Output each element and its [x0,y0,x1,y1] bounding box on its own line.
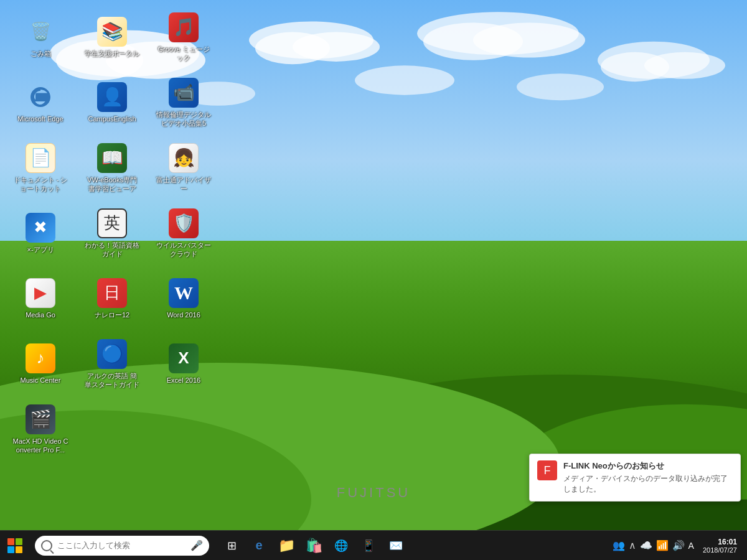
windows-logo-icon [7,538,22,553]
icon-image-portal: 📚 [97,17,127,47]
icon-image-fujitsu: 👧 [169,143,199,173]
svg-point-14 [517,73,604,100]
svg-point-8 [473,23,585,58]
search-bar[interactable]: 🎤 [35,536,209,556]
brand-label: FUJiTSU [337,485,410,501]
notification-content: F-LINK Neoからのお知らせ メディア・デバイスからのデータ取り込みが完了… [563,460,733,495]
icon-image-campus: 👤 [97,82,127,112]
desktop-icon-edge[interactable]: Microsoft Edge [6,72,75,134]
icon-image-doc: 📄 [26,143,55,173]
svg-point-12 [355,65,454,95]
icon-label-virus: ウイルスバスター クラウド [156,241,212,259]
desktop-icon-narero[interactable]: 日 ナレロー12 [78,268,146,330]
desktop-icon-excel[interactable]: X Excel 2016 [149,333,218,395]
desktop-icons-grid: 🗑️ ごみ箱 📚 学生支援ポータル 🎵 Groove ミュージック Micros… [6,6,218,504]
clock-date: 2018/07/27 [703,546,737,554]
icon-label-campus: CampusEnglish [88,114,136,123]
search-input[interactable] [57,541,190,550]
notification-toast[interactable]: F F-LINK Neoからのお知らせ メディア・デバイスからのデータ取り込みが… [529,454,741,502]
icon-label-groove: Groove ミュージック [156,45,212,63]
desktop: 🗑️ ごみ箱 📚 学生支援ポータル 🎵 Groove ミュージック Micros… [0,0,747,535]
store-taskbar-icon[interactable]: 🛍️ [301,533,326,558]
desktop-icon-macx[interactable]: 🎬 MacX HD Video Converter Pro F... [6,398,75,460]
taskbar-apps: ⊞ e 📁 🛍️ 🌐 📱 ✉️ [219,533,608,558]
icon-image-word: W [169,278,199,308]
icon-label-word: Word 2016 [167,310,200,319]
desktop-icon-fujitsu[interactable]: 👧 富士通アドバイザー [149,137,218,199]
edge-taskbar-icon[interactable]: e [247,533,271,558]
clock[interactable]: 16:01 2018/07/27 [698,538,742,554]
desktop-icon-music[interactable]: ♪ Music Center [6,333,75,395]
desktop-icon-doc[interactable]: 📄 ドキュメント - ショートカット [6,137,75,199]
wifi-tray-icon[interactable]: 📶 [656,539,669,551]
icon-label-eigo: わかる！英語資格ガイド [84,241,140,259]
volume-tray-icon[interactable]: 🔊 [672,539,685,551]
search-icon [41,540,52,551]
icon-image-excel: X [169,343,199,373]
desktop-icon-xapp[interactable]: ✖ ×-アプリ [6,202,75,264]
icon-label-doc: ドキュメント - ショートカット [12,175,68,194]
icon-image-virus: 🛡️ [169,208,199,238]
icon-image-music: ♪ [26,343,55,373]
desktop-icon-portal[interactable]: 📚 学生支援ポータル [78,6,146,68]
icon-image-ebook: 📖 [97,143,127,173]
desktop-icon-trash[interactable]: 🗑️ ごみ箱 [6,6,75,68]
task-view-button[interactable]: ⊞ [219,533,244,558]
desktop-icon-mediago[interactable]: ▶ Media Go [6,268,75,330]
icon-label-trash: ごみ箱 [31,49,51,58]
app1-taskbar-icon[interactable]: 📱 [356,533,381,558]
icon-label-narero: ナレロー12 [95,310,129,319]
mail-taskbar-icon[interactable]: ✉️ [383,533,408,558]
icon-image-groove: 🎵 [169,12,199,42]
icon-label-edge: Microsoft Edge [17,114,63,123]
icon-image-digital: 📹 [169,78,199,108]
notification-app-icon: F [537,460,557,480]
desktop-icon-aruku[interactable]: 🔵 アルクの英語 簡単スタートガイド [78,333,146,395]
desktop-icon-eigo[interactable]: 英 わかる！英語資格ガイド [78,202,146,264]
notification-body: メディア・デバイスからのデータ取り込みが完了しました。 [563,474,733,495]
icon-label-aruku: アルクの英語 簡単スタートガイド [84,371,140,390]
system-tray: 👥 ∧ ☁️ 📶 🔊 A 16:01 2018/07/27 [608,538,747,554]
browser2-taskbar-icon[interactable]: 🌐 [329,533,354,558]
icon-label-xapp: ×-アプリ [27,245,54,254]
icon-image-mediago: ▶ [26,278,55,308]
icon-image-trash: 🗑️ [26,17,55,47]
icon-label-music: Music Center [21,376,61,385]
desktop-icon-digital[interactable]: 📹 情報倫理デジタルビデオ小品集5 [149,72,218,134]
input-tray-icon[interactable]: A [688,541,694,551]
icon-image-xapp: ✖ [26,213,55,243]
icon-label-mediago: Media Go [26,310,55,319]
onedrive-tray-icon[interactable]: ☁️ [640,539,652,551]
icon-image-narero: 日 [97,278,127,308]
icon-image-aruku: 🔵 [97,339,127,369]
desktop-icon-virus[interactable]: 🛡️ ウイルスバスター クラウド [149,202,218,264]
microphone-icon[interactable]: 🎤 [190,539,203,551]
icon-label-fujitsu: 富士通アドバイザー [156,175,212,194]
desktop-icon-groove[interactable]: 🎵 Groove ミュージック [149,6,218,68]
desktop-icon-campus[interactable]: 👤 CampusEnglish [78,72,146,134]
icon-image-edge [26,82,55,112]
svg-point-11 [644,52,725,79]
people-tray-icon[interactable]: 👥 [613,539,625,551]
icon-label-excel: Excel 2016 [167,376,200,385]
explorer-taskbar-icon[interactable]: 📁 [274,533,299,558]
clock-time: 16:01 [703,538,737,546]
icon-label-digital: 情報倫理デジタルビデオ小品集5 [156,110,212,128]
icon-image-eigo: 英 [97,208,127,238]
desktop-icon-word[interactable]: W Word 2016 [149,268,218,330]
start-button[interactable] [0,531,30,561]
icon-label-portal: 学生支援ポータル [85,49,139,58]
icon-image-macx: 🎬 [26,404,55,434]
svg-point-5 [293,32,380,62]
notification-title: F-LINK Neoからのお知らせ [563,460,733,472]
desktop-icon-ebook[interactable]: 📖 VW-eBooks専門書学習ビューア [78,137,146,199]
icon-label-ebook: VW-eBooks専門書学習ビューア [84,175,140,194]
chevron-tray-icon[interactable]: ∧ [629,539,636,551]
taskbar: 🎤 ⊞ e 📁 🛍️ 🌐 📱 ✉️ 👥 ∧ ☁️ 📶 🔊 A 16:01 201… [0,530,747,560]
icon-label-macx: MacX HD Video Converter Pro F... [12,437,68,455]
